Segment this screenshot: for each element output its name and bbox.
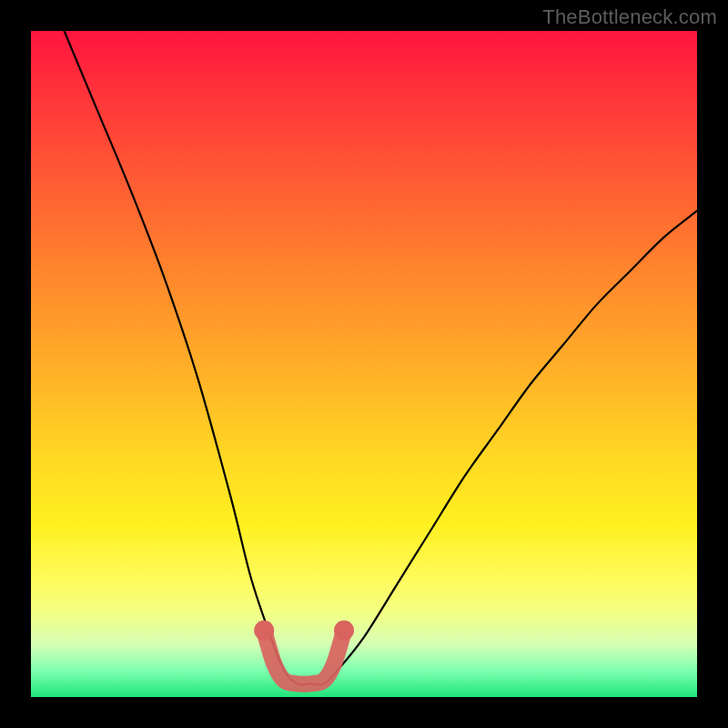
watermark-text: TheBottleneck.com	[542, 5, 717, 29]
chart-svg	[31, 31, 697, 697]
highlight-markers	[254, 621, 354, 641]
highlight-band-path	[264, 631, 344, 684]
highlight-marker	[334, 621, 354, 641]
bottleneck-curve-path	[65, 31, 697, 684]
chart-frame: TheBottleneck.com	[0, 0, 728, 728]
highlight-marker	[254, 621, 274, 641]
plot-area	[31, 31, 697, 697]
